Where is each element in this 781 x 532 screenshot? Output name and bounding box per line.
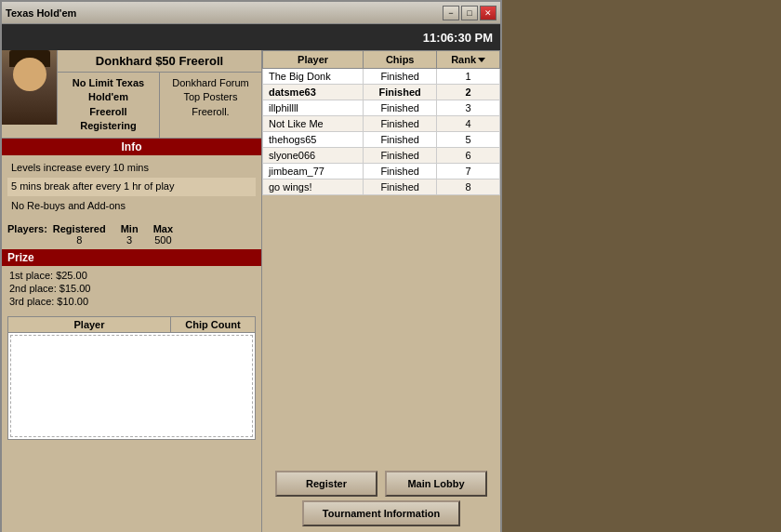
table-row: datsme63Finished2 [263, 85, 500, 100]
chip-count-table: Player Chip Count [7, 316, 256, 440]
main-lobby-button[interactable]: Main Lobby [385, 471, 487, 497]
player-name: Not Like Me [263, 116, 364, 132]
max-header: Max [153, 223, 173, 234]
player-rank: 2 [437, 85, 500, 100]
tournament-name: Donkhard $50 Freeroll [58, 50, 261, 73]
rank-sort-icon [478, 58, 485, 62]
col-rank[interactable]: Rank [437, 51, 500, 69]
player-name: illphillll [263, 100, 364, 116]
registered-header: Registered [53, 223, 106, 234]
table-row: The Big DonkFinished1 [263, 69, 500, 85]
players-label: Players: [7, 223, 47, 234]
player-rank: 4 [437, 116, 500, 132]
col-chips: Chips [364, 51, 437, 69]
chip-player-header: Player [8, 317, 171, 332]
window-title: Texas Hold'em [6, 7, 76, 19]
table-row: Not Like MeFinished4 [263, 116, 500, 132]
player-rank: 8 [437, 180, 500, 195]
player-chips: Finished [364, 116, 437, 132]
prize-row-2: 2nd place: $15.00 [9, 282, 254, 295]
player-chips: Finished [364, 85, 437, 100]
table-row: thehogs65Finished5 [263, 132, 500, 148]
avatar [2, 50, 58, 125]
info-line-2: 5 mins break after every 1 hr of play [7, 178, 256, 196]
player-table-container: Player Chips Rank The Big DonkFinished1d [262, 50, 500, 463]
player-rank: 3 [437, 100, 500, 116]
register-button[interactable]: Register [275, 471, 377, 497]
player-name: slyone066 [263, 148, 364, 164]
info-line-3: No Re-buys and Add-ons [7, 197, 256, 216]
player-table: Player Chips Rank The Big DonkFinished1d [262, 50, 500, 195]
close-button[interactable]: ✕ [480, 6, 496, 20]
registered-value: 8 [53, 234, 106, 246]
player-rank: 7 [437, 164, 500, 180]
table-row: go wings!Finished8 [263, 180, 500, 195]
player-rank: 1 [437, 69, 500, 85]
prize-row-3: 3rd place: $10.00 [9, 295, 254, 308]
player-chips: Finished [364, 148, 437, 164]
tournament-info-button[interactable]: Tournament Information [302, 500, 460, 526]
player-chips: Finished [364, 164, 437, 180]
player-name: thehogs65 [263, 132, 364, 148]
player-name: go wings! [263, 180, 364, 195]
prize-label: Prize [2, 249, 261, 266]
table-row: illphillllFinished3 [263, 100, 500, 116]
minimize-button[interactable]: − [443, 6, 459, 20]
player-chips: Finished [364, 69, 437, 85]
col-player: Player [263, 51, 364, 69]
player-chips: Finished [364, 180, 437, 195]
clock-display: 11:06:30 PM [423, 31, 493, 45]
tournament-description: Donkhard Forum Top Posters Freeroll. [160, 73, 261, 138]
player-chips: Finished [364, 100, 437, 116]
table-row: slyone066Finished6 [263, 148, 500, 164]
player-rank: 5 [437, 132, 500, 148]
info-label: Info [2, 139, 261, 155]
player-rank: 6 [437, 148, 500, 164]
player-name: jimbeam_77 [263, 164, 364, 180]
player-name: The Big Donk [263, 69, 364, 85]
player-chips: Finished [364, 132, 437, 148]
min-value: 3 [121, 234, 139, 246]
chip-table-body [10, 335, 253, 437]
table-row: jimbeam_77Finished7 [263, 164, 500, 180]
maximize-button[interactable]: □ [461, 6, 478, 20]
prize-row-1: 1st place: $25.00 [9, 269, 254, 282]
tournament-type: No Limit Texas Hold'em Freeroll Register… [58, 73, 160, 138]
max-value: 500 [153, 234, 173, 246]
info-line-1: Levels increase every 10 mins [7, 159, 256, 178]
player-name: datsme63 [263, 85, 364, 100]
min-header: Min [121, 223, 139, 234]
chip-count-header: Chip Count [171, 317, 255, 332]
